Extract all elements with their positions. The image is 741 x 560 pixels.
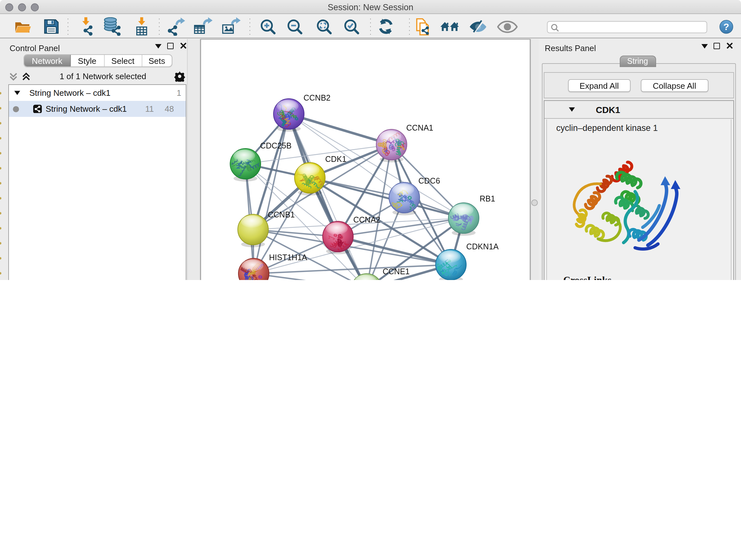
svg-text:CDKN1A: CDKN1A <box>466 242 498 251</box>
svg-text:HIST1H1A: HIST1H1A <box>269 253 307 261</box>
svg-text:CCNB1: CCNB1 <box>267 210 294 219</box>
svg-text:RB1: RB1 <box>479 194 495 203</box>
svg-text:CCNB2: CCNB2 <box>303 93 330 102</box>
svg-text:CCNA2: CCNA2 <box>353 215 380 224</box>
svg-text:CDC6: CDC6 <box>418 176 440 185</box>
svg-text:CCNA1: CCNA1 <box>406 123 433 132</box>
svg-text:CDK1: CDK1 <box>325 154 346 163</box>
svg-text:CDC25B: CDC25B <box>260 141 291 150</box>
svg-text:?: ? <box>723 21 729 32</box>
svg-text:CCNE1: CCNE1 <box>382 266 409 275</box>
